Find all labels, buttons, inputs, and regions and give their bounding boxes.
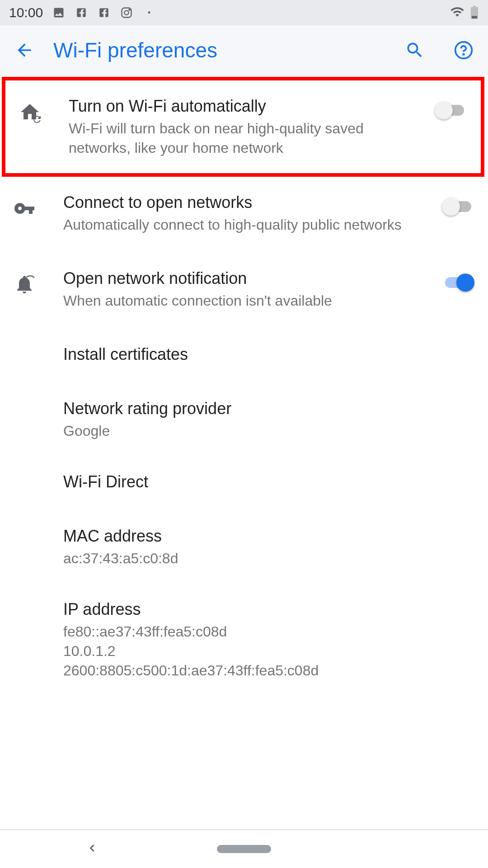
nav-home-pill[interactable] [217,845,271,853]
setting-subtitle: fe80::ae37:43ff:fea5:c08d 10.0.1.2 2600:… [63,622,465,681]
help-button[interactable] [453,39,474,61]
setting-title: MAC address [63,526,465,547]
setting-subtitle: Wi-Fi will turn back on near high-qualit… [69,119,413,158]
setting-subtitle: When automatic connection isn't availabl… [63,291,420,311]
toggle-notification[interactable] [442,273,474,292]
setting-mac-address: MAC address ac:37:43:a5:c0:8d [0,510,488,584]
status-right [450,5,479,21]
setting-wifi-direct[interactable]: Wi-Fi Direct [0,456,488,510]
home-refresh-icon [19,96,69,123]
setting-title: Connect to open networks [63,192,420,213]
instagram-icon [120,6,133,19]
setting-subtitle: Automatically connect to high-quality pu… [63,215,420,235]
setting-title: Open network notification [63,268,420,289]
setting-title: IP address [63,599,465,620]
setting-turn-on-wifi-auto[interactable]: Turn on Wi-Fi automatically Wi-Fi will t… [5,80,481,173]
setting-ip-address: IP address fe80::ae37:43ff:fea5:c08d 10.… [0,584,488,680]
status-left: 10:00 • [9,5,156,20]
toggle-open-networks[interactable] [442,197,474,217]
setting-install-certificates[interactable]: Install certificates [0,329,488,383]
status-bar: 10:00 • [0,0,488,25]
setting-title: Wi-Fi Direct [63,472,465,493]
setting-connect-open-networks[interactable]: Connect to open networks Automatically c… [0,177,488,250]
nav-back-button[interactable] [86,842,99,856]
status-time: 10:00 [9,5,43,20]
search-button[interactable] [404,39,426,61]
facebook-icon [75,6,88,19]
setting-title: Turn on Wi-Fi automatically [69,96,413,117]
svg-point-5 [463,54,464,55]
setting-title: Install certificates [63,344,465,365]
wifi-icon [450,5,465,21]
toggle-wifi-auto[interactable] [435,100,467,120]
facebook-icon [97,6,111,19]
setting-open-network-notification[interactable]: Open network notification When automatic… [0,250,488,329]
battery-icon [470,5,479,21]
app-bar: Wi-Fi preferences [0,25,488,75]
svg-point-2 [129,9,130,10]
navigation-bar [0,830,488,868]
back-button[interactable] [14,39,35,61]
setting-subtitle: Google [63,421,465,441]
setting-title: Network rating provider [63,398,465,420]
key-icon [14,192,63,219]
setting-subtitle: ac:37:43:a5:c0:8d [63,549,465,568]
setting-network-rating-provider[interactable]: Network rating provider Google [0,383,488,456]
dot-icon: • [142,6,156,19]
settings-list: Turn on Wi-Fi automatically Wi-Fi will t… [0,77,488,680]
page-title: Wi-Fi preferences [53,38,377,62]
svg-point-1 [124,10,128,14]
svg-rect-3 [472,16,477,18]
bell-wifi-icon [14,268,63,295]
image-icon [52,6,66,19]
highlight-annotation: Turn on Wi-Fi automatically Wi-Fi will t… [2,77,484,177]
